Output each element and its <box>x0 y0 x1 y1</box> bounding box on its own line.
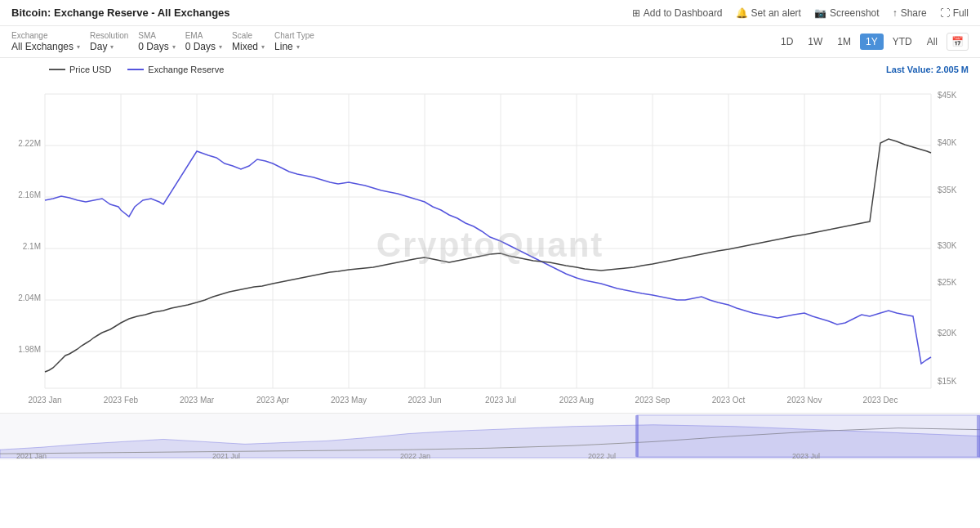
chart-legend: Price USD Exchange Reserve <box>0 58 980 78</box>
legend-price-label: Price USD <box>69 65 111 74</box>
svg-text:2023 Feb: 2023 Feb <box>104 396 139 405</box>
page-title: Bitcoin: Exchange Reserve - All Exchange… <box>11 7 230 19</box>
ema-group: EMA 0 Days ▾ <box>185 31 222 52</box>
expand-icon: ⛶ <box>940 7 950 19</box>
price-usd-line <box>45 139 931 372</box>
toolbar-left: Exchange All Exchanges ▾ Resolution Day … <box>11 31 314 52</box>
set-alert-button[interactable]: 🔔 Set an alert <box>736 7 801 19</box>
dashboard-icon: ⊞ <box>632 7 640 19</box>
svg-text:$45K: $45K <box>938 91 957 100</box>
main-chart: CryptoQuant 2.22M 2. <box>0 78 980 413</box>
svg-text:$35K: $35K <box>938 186 957 195</box>
svg-text:2023 Jun: 2023 Jun <box>408 396 441 405</box>
chevron-down-icon: ▾ <box>77 43 80 51</box>
last-value-label: Last Value: 2.005 M <box>886 65 969 74</box>
svg-text:$20K: $20K <box>938 329 957 338</box>
mini-chart: 2021 Jan 2021 Jul 2022 Jan 2022 Jul 2023… <box>0 413 980 460</box>
svg-text:2023 Sep: 2023 Sep <box>635 396 670 405</box>
svg-text:2023 Jul: 2023 Jul <box>792 452 820 460</box>
svg-text:2023 Jul: 2023 Jul <box>485 396 516 405</box>
svg-text:2023 May: 2023 May <box>331 396 367 405</box>
resolution-label: Resolution <box>90 31 128 40</box>
legend-price: Price USD <box>49 65 111 74</box>
mini-chart-svg: 2021 Jan 2021 Jul 2022 Jan 2022 Jul 2023… <box>0 414 980 460</box>
page-header: Bitcoin: Exchange Reserve - All Exchange… <box>0 0 980 26</box>
time-btn-ytd[interactable]: YTD <box>887 34 918 50</box>
sma-select[interactable]: 0 Days ▾ <box>138 41 175 52</box>
svg-text:2.1M: 2.1M <box>23 242 41 251</box>
reserve-line-indicator <box>127 69 144 70</box>
sma-group: SMA 0 Days ▾ <box>138 31 175 52</box>
chart-type-label: Chart Type <box>274 31 314 40</box>
svg-text:2022 Jan: 2022 Jan <box>400 452 430 460</box>
exchange-label: Exchange <box>11 31 80 40</box>
svg-text:2.04M: 2.04M <box>18 293 41 302</box>
toolbar: Exchange All Exchanges ▾ Resolution Day … <box>0 26 980 58</box>
chevron-down-icon: ▾ <box>219 43 222 51</box>
header-actions: ⊞ Add to Dashboard 🔔 Set an alert 📷 Scre… <box>632 7 969 19</box>
scale-label: Scale <box>232 31 265 40</box>
svg-text:2023 Nov: 2023 Nov <box>787 396 822 405</box>
scale-select[interactable]: Mixed ▾ <box>232 41 265 52</box>
chevron-down-icon: ▾ <box>110 43 114 51</box>
main-chart-svg: 2.22M 2.16M 2.1M 2.04M 1.98M $45K $40K $… <box>0 78 980 413</box>
svg-text:$30K: $30K <box>938 241 957 250</box>
full-button[interactable]: ⛶ Full <box>940 7 969 19</box>
share-button[interactable]: ↑ Share <box>893 7 927 19</box>
add-dashboard-button[interactable]: ⊞ Add to Dashboard <box>632 7 723 19</box>
svg-text:2023 Aug: 2023 Aug <box>559 396 594 405</box>
time-btn-1d[interactable]: 1D <box>775 34 799 50</box>
time-range-selector: 1D 1W 1M 1Y YTD All 📅 <box>775 33 969 51</box>
chart-area: Price USD Exchange Reserve Last Value: 2… <box>0 58 980 460</box>
svg-rect-47 <box>977 415 980 457</box>
legend-reserve-label: Exchange Reserve <box>148 65 224 74</box>
exchange-reserve-line <box>45 151 931 364</box>
time-btn-1m[interactable]: 1M <box>831 34 857 50</box>
svg-text:$25K: $25K <box>938 278 957 287</box>
exchange-group: Exchange All Exchanges ▾ <box>11 31 80 52</box>
chart-type-select[interactable]: Line ▾ <box>274 41 314 52</box>
svg-text:$15K: $15K <box>938 377 957 386</box>
time-btn-1w[interactable]: 1W <box>802 34 828 50</box>
svg-text:2023 Dec: 2023 Dec <box>863 396 898 405</box>
svg-text:2.16M: 2.16M <box>18 190 41 199</box>
resolution-group: Resolution Day ▾ <box>90 31 128 52</box>
sma-label: SMA <box>138 31 175 40</box>
svg-rect-45 <box>637 415 980 457</box>
svg-text:2022 Jul: 2022 Jul <box>588 452 616 460</box>
screenshot-button[interactable]: 📷 Screenshot <box>814 7 880 19</box>
time-btn-all[interactable]: All <box>921 34 943 50</box>
svg-text:2023 Mar: 2023 Mar <box>180 396 215 405</box>
svg-text:2.22M: 2.22M <box>18 139 41 148</box>
svg-text:$40K: $40K <box>938 138 957 147</box>
ema-select[interactable]: 0 Days ▾ <box>185 41 222 52</box>
time-btn-1y[interactable]: 1Y <box>860 34 884 50</box>
svg-text:2023 Jan: 2023 Jan <box>28 396 61 405</box>
calendar-button[interactable]: 📅 <box>947 33 969 51</box>
exchange-select[interactable]: All Exchanges ▾ <box>11 41 80 52</box>
svg-text:2021 Jan: 2021 Jan <box>16 452 47 460</box>
resolution-select[interactable]: Day ▾ <box>90 41 128 52</box>
chart-type-group: Chart Type Line ▾ <box>274 31 314 52</box>
camera-icon: 📷 <box>814 7 826 19</box>
scale-group: Scale Mixed ▾ <box>232 31 265 52</box>
chevron-down-icon: ▾ <box>261 43 265 51</box>
legend-reserve: Exchange Reserve <box>127 65 224 74</box>
share-icon: ↑ <box>893 7 898 19</box>
svg-rect-46 <box>635 415 639 457</box>
svg-text:2021 Jul: 2021 Jul <box>212 452 240 460</box>
chevron-down-icon: ▾ <box>296 43 300 51</box>
svg-text:1.98M: 1.98M <box>18 345 41 354</box>
ema-label: EMA <box>185 31 222 40</box>
price-line-indicator <box>49 69 65 70</box>
chevron-down-icon: ▾ <box>172 43 176 51</box>
svg-text:2023 Apr: 2023 Apr <box>256 396 290 405</box>
bell-icon: 🔔 <box>736 7 748 19</box>
svg-text:2023 Oct: 2023 Oct <box>712 396 746 405</box>
